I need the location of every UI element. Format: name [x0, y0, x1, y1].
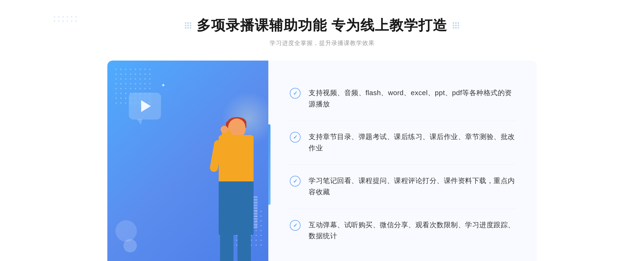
check-icon-4: ✓: [290, 220, 301, 231]
check-mark-1: ✓: [293, 91, 298, 96]
check-icon-1: ✓: [290, 88, 301, 99]
check-circle-1: ✓: [290, 88, 301, 99]
title-decoration-left: [185, 22, 191, 29]
feature-item-2: ✓ 支持章节目录、弹题考试、课后练习、课后作业、章节测验、批改作业: [290, 121, 515, 165]
feature-text-1: 支持视频、音频、flash、word、excel、ppt、pdf等各种格式的资源…: [309, 87, 515, 110]
feature-item-1: ✓ 支持视频、音频、flash、word、excel、ppt、pdf等各种格式的…: [290, 77, 515, 121]
main-title: 多项录播课辅助功能 专为线上教学打造: [197, 16, 447, 35]
person-leg-right: [237, 231, 251, 261]
page-subtitle: 学习进度全掌握，提升录播课教学效果: [270, 39, 375, 47]
geo-circle-1: [115, 220, 137, 242]
page-wrapper: 多项录播课辅助功能 专为线上教学打造 学习进度全掌握，提升录播课教学效果 »: [0, 0, 644, 261]
feature-text-4: 互动弹幕、试听购买、微信分享、观看次数限制、学习进度跟踪、数据统计: [309, 219, 515, 242]
person-pants: [219, 181, 254, 235]
illustration-panel: ✦ ·: [107, 61, 268, 261]
check-circle-4: ✓: [290, 220, 301, 231]
accent-bar: [268, 124, 270, 205]
play-icon: [141, 100, 151, 112]
sparkle-decoration-2: ·: [166, 87, 167, 91]
feature-item-3: ✓ 学习笔记回看、课程提问、课程评论打分、课件资料下载，重点内容收藏: [290, 165, 515, 208]
feature-text-2: 支持章节目录、弹题考试、课后练习、课后作业、章节测验、批改作业: [309, 131, 515, 154]
title-decoration-right: [453, 22, 459, 29]
header-section: 多项录播课辅助功能 专为线上教学打造 学习进度全掌握，提升录播课教学效果: [0, 16, 644, 47]
check-icon-3: ✓: [290, 176, 301, 187]
person-leg-left: [220, 231, 233, 261]
title-row: 多项录播课辅助功能 专为线上教学打造: [185, 16, 459, 35]
check-mark-2: ✓: [293, 135, 298, 140]
person-body: [219, 135, 254, 183]
sparkle-decoration: ✦: [161, 82, 166, 88]
check-icon-2: ✓: [290, 132, 301, 143]
check-mark-4: ✓: [293, 223, 298, 228]
check-circle-2: ✓: [290, 132, 301, 143]
geo-circle-2: [123, 239, 137, 252]
features-panel: ✓ 支持视频、音频、flash、word、excel、ppt、pdf等各种格式的…: [268, 61, 537, 261]
check-mark-3: ✓: [293, 178, 298, 184]
person-figure: [207, 118, 260, 261]
feature-text-3: 学习笔记回看、课程提问、课程评论打分、课件资料下载，重点内容收藏: [309, 175, 515, 197]
content-area: »: [107, 61, 537, 261]
feature-item-4: ✓ 互动弹幕、试听购买、微信分享、观看次数限制、学习进度跟踪、数据统计: [290, 209, 515, 252]
check-circle-3: ✓: [290, 176, 301, 187]
play-bubble: [129, 93, 161, 120]
